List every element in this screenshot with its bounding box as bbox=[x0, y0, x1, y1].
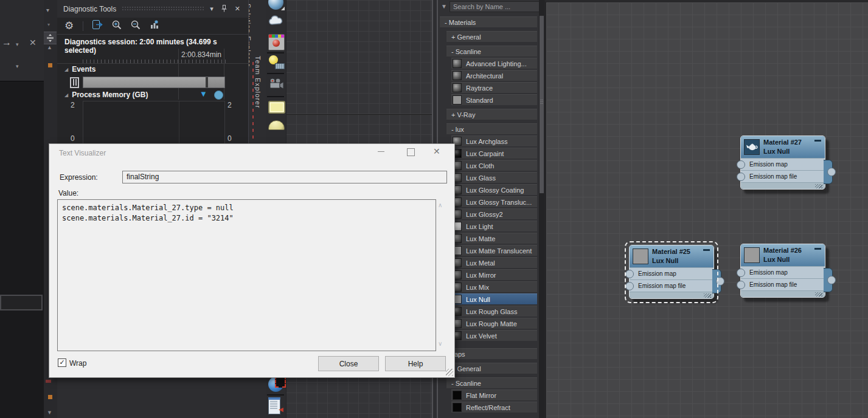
material-editor-icon[interactable] bbox=[268, 34, 285, 50]
browser-row-lux-null[interactable]: Lux Null bbox=[451, 293, 537, 304]
node-header[interactable]: Material #27 Lux Null bbox=[741, 136, 825, 158]
browser-row-lux-mirror[interactable]: Lux Mirror bbox=[451, 269, 537, 280]
dropdown-caret-icon[interactable]: ▾ bbox=[16, 41, 19, 47]
node-slot-emission-map-file[interactable]: Emission map file bbox=[741, 278, 825, 290]
material-node[interactable]: Material #27 Lux Null Emission mapEmissi… bbox=[740, 135, 825, 190]
snapshot-marker-icon[interactable]: ▼ bbox=[200, 89, 207, 98]
pin-icon[interactable] bbox=[221, 5, 227, 13]
material-node[interactable]: Material #25 Lux Null Emission mapEmissi… bbox=[629, 245, 714, 299]
resize-grip[interactable] bbox=[815, 184, 822, 188]
dropdown-caret-icon[interactable]: ▾ bbox=[46, 7, 49, 13]
node-slot-emission-map[interactable]: Emission map bbox=[741, 266, 825, 278]
node-slot-emission-map[interactable]: Emission map bbox=[630, 267, 713, 279]
close-icon[interactable]: ✕ bbox=[235, 5, 240, 13]
browser-row-lux-glossy-transluc-[interactable]: Lux Glossy Transluc... bbox=[451, 196, 537, 207]
chart-icon[interactable] bbox=[150, 20, 159, 32]
splitter-handle-icon[interactable] bbox=[44, 32, 57, 44]
close-icon[interactable]: ✕ bbox=[29, 38, 36, 47]
collapse-button[interactable] bbox=[814, 140, 821, 142]
browser-row-lux-light[interactable]: Lux Light bbox=[451, 221, 537, 231]
browser-row-general[interactable]: + General bbox=[446, 31, 537, 42]
collapse-triangle-icon[interactable]: ◢ bbox=[64, 67, 68, 72]
light-icon[interactable] bbox=[268, 55, 283, 70]
slate-node-view[interactable]: Material #27 Lux Null Emission mapEmissi… bbox=[544, 0, 868, 418]
dropdown-caret-icon[interactable]: ▾ bbox=[47, 22, 50, 27]
memory-section-header[interactable]: ◢ Process Memory (GB) bbox=[64, 91, 148, 99]
resize-grip[interactable] bbox=[815, 292, 822, 296]
window-position-caret-icon[interactable]: ▾ bbox=[210, 5, 214, 13]
settings-gear-icon[interactable]: ⚙ bbox=[64, 21, 74, 31]
zoom-in-icon[interactable] bbox=[112, 20, 122, 32]
node-slot-emission-map-file[interactable]: Emission map file bbox=[630, 279, 713, 292]
browser-row-materials[interactable]: - Materials bbox=[440, 16, 537, 27]
browser-options-caret-icon[interactable]: ▼ bbox=[441, 3, 447, 10]
maximize-icon[interactable] bbox=[407, 148, 415, 156]
close-button[interactable]: Close bbox=[318, 356, 379, 371]
browser-row-lux-cloth[interactable]: Lux Cloth bbox=[451, 160, 537, 171]
browser-row-lux-rough-matte[interactable]: Lux Rough Matte bbox=[451, 318, 537, 329]
input-socket[interactable] bbox=[625, 282, 634, 290]
zoom-out-icon[interactable] bbox=[131, 20, 141, 32]
browser-row-lux-glossy-coating[interactable]: Lux Glossy Coating bbox=[451, 184, 537, 195]
collapse-button[interactable] bbox=[703, 249, 710, 251]
node-header[interactable]: Material #26 Lux Null bbox=[741, 244, 825, 266]
browser-row-lux-matte-translucent[interactable]: Lux Matte Translucent bbox=[451, 245, 537, 256]
scroll-down-icon[interactable]: ∨ bbox=[438, 340, 442, 347]
browser-row-lux-glossy2[interactable]: Lux Glossy2 bbox=[451, 208, 537, 219]
browser-row-lux-metal[interactable]: Lux Metal bbox=[451, 257, 537, 268]
browser-row-scanline[interactable]: - Scanline bbox=[446, 377, 537, 388]
panel-titlebar[interactable]: Diagnostic Tools ▾ ✕ bbox=[57, 0, 248, 18]
browser-row-lux-glass[interactable]: Lux Glass bbox=[451, 172, 537, 183]
scroll-up-icon[interactable]: ∧ bbox=[438, 202, 442, 208]
memory-graph[interactable] bbox=[83, 101, 225, 145]
browser-row-architectural[interactable]: Architectural bbox=[451, 70, 537, 81]
scrollbar-marker[interactable] bbox=[48, 395, 52, 399]
node-header[interactable]: Material #25 Lux Null bbox=[630, 245, 713, 267]
browser-row-reflect-refract[interactable]: Reflect/Refract bbox=[451, 402, 537, 413]
scrollbar-thumb[interactable] bbox=[540, 16, 544, 193]
export-icon[interactable] bbox=[92, 20, 103, 32]
search-input[interactable]: Search by Name ... bbox=[450, 1, 540, 12]
browser-row-v-ray[interactable]: + V-Ray bbox=[446, 109, 537, 120]
browser-row-general[interactable]: + General bbox=[446, 363, 537, 374]
browser-scrollbar[interactable] bbox=[539, 0, 544, 418]
help-button[interactable]: Help bbox=[385, 356, 446, 371]
material-node[interactable]: Material #26 Lux Null Emission mapEmissi… bbox=[740, 244, 825, 298]
value-textarea[interactable]: scene.materials.Material_27.type = null … bbox=[57, 199, 436, 351]
scroll-up-icon[interactable]: ▲ bbox=[47, 44, 52, 50]
output-socket[interactable] bbox=[716, 277, 724, 286]
close-icon[interactable]: ✕ bbox=[433, 146, 440, 156]
tab-team-explorer[interactable]: Team Explorer bbox=[254, 56, 262, 109]
dropdown-caret-icon[interactable]: ▾ bbox=[16, 63, 19, 69]
dialog-titlebar[interactable]: Text Visualizer ✕ bbox=[49, 144, 454, 161]
input-socket[interactable] bbox=[737, 173, 745, 181]
output-socket[interactable] bbox=[827, 168, 836, 176]
browser-row-lux-matte[interactable]: Lux Matte bbox=[451, 233, 537, 244]
run-arrow-icon[interactable]: → bbox=[2, 37, 12, 48]
resize-grip[interactable] bbox=[704, 293, 711, 298]
collapse-triangle-icon[interactable]: ◢ bbox=[64, 92, 68, 98]
input-socket[interactable] bbox=[737, 281, 745, 289]
browser-row-lux-velvet[interactable]: Lux Velvet bbox=[451, 330, 537, 341]
camera-icon[interactable] bbox=[268, 77, 283, 92]
events-timeline-bar[interactable] bbox=[83, 77, 225, 88]
browser-row-lux-archglass[interactable]: Lux Archglass bbox=[451, 135, 537, 146]
browser-row-lux-rough-glass[interactable]: Lux Rough Glass bbox=[451, 306, 537, 317]
material-preview-teapot[interactable] bbox=[744, 139, 760, 155]
scrollbar-marker[interactable] bbox=[48, 63, 52, 67]
browser-row-lux-carpaint[interactable]: Lux Carpaint bbox=[451, 148, 537, 159]
input-socket[interactable] bbox=[737, 160, 745, 169]
sphere-select-icon[interactable] bbox=[268, 377, 283, 392]
plane-icon[interactable] bbox=[268, 101, 285, 114]
scroll-down-icon[interactable]: ▼ bbox=[47, 409, 52, 416]
minimize-icon[interactable] bbox=[378, 151, 384, 152]
browser-row-advanced-lighting-[interactable]: Advanced Lighting... bbox=[451, 58, 537, 69]
browser-row-lux[interactable]: - lux bbox=[446, 123, 537, 134]
node-slot-emission-map[interactable]: Emission map bbox=[741, 158, 825, 170]
output-socket[interactable] bbox=[827, 276, 836, 284]
browser-row-standard[interactable]: Standard bbox=[451, 94, 537, 105]
cloud-icon[interactable] bbox=[268, 15, 283, 30]
collapse-button[interactable] bbox=[814, 248, 821, 250]
browser-row-scanline[interactable]: - Scanline bbox=[446, 46, 537, 57]
sphere-icon[interactable] bbox=[268, 0, 283, 10]
